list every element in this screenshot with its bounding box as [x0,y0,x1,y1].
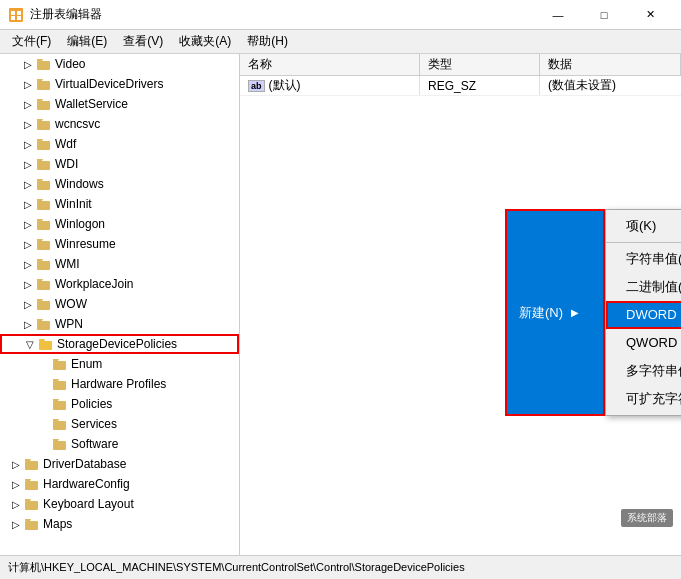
folder-icon [24,517,40,531]
app-icon [8,7,24,23]
svg-rect-2 [17,11,21,15]
submenu-item-binary[interactable]: 二进制值(B) [606,273,681,301]
ab-icon: ab [248,80,265,92]
svg-rect-18 [37,321,50,330]
main-area: ▷ Video ▷ VirtualDeviceDrivers ▷ WalletS… [0,54,681,555]
svg-rect-27 [25,501,38,510]
menu-help[interactable]: 帮助(H) [239,31,296,52]
expand-icon [36,376,52,392]
submenu-item-multistring[interactable]: 多字符串值(M) [606,357,681,385]
tree-label: Hardware Profiles [71,377,166,391]
menu-favorites[interactable]: 收藏夹(A) [171,31,239,52]
expand-icon: ▷ [8,496,24,512]
tree-item-services[interactable]: Services [0,414,239,434]
expand-icon: ▷ [20,196,36,212]
tree-item-wdi[interactable]: ▷ WDI [0,154,239,174]
tree-item-storagedevicepolicies[interactable]: ▽ StorageDevicePolicies [0,334,239,354]
new-submenu-trigger[interactable]: 新建(N) ▶ [505,209,605,416]
tree-label: VirtualDeviceDrivers [55,77,163,91]
close-button[interactable]: ✕ [627,0,673,30]
svg-rect-6 [37,81,50,90]
expand-icon: ▷ [20,136,36,152]
tree-item-wow[interactable]: ▷ WOW [0,294,239,314]
tree-item-software[interactable]: Software [0,434,239,454]
new-label: 新建(N) [519,304,563,322]
tree-label: Keyboard Layout [43,497,134,511]
folder-icon [36,237,52,251]
tree-label: Maps [43,517,72,531]
tree-label: WalletService [55,97,128,111]
svg-rect-19 [39,341,52,350]
svg-rect-12 [37,201,50,210]
submenu: 项(K) 字符串值(S) 二进制值(B) DWORD (32 位值)(D) QW… [605,209,681,416]
menu-file[interactable]: 文件(F) [4,31,59,52]
tree-item-enum[interactable]: Enum [0,354,239,374]
folder-icon [36,277,52,291]
tree-item-video[interactable]: ▷ Video [0,54,239,74]
tree-item-maps[interactable]: ▷ Maps [0,514,239,534]
submenu-item-expandstring[interactable]: 可扩充字符串值(E) [606,385,681,413]
expand-icon: ▷ [20,76,36,92]
tree-item-workplacejoin[interactable]: ▷ WorkplaceJoin [0,274,239,294]
tree-item-hardwareconfig[interactable]: ▷ HardwareConfig [0,474,239,494]
expand-icon [36,356,52,372]
tree-item-wdf[interactable]: ▷ Wdf [0,134,239,154]
tree-item-wmi[interactable]: ▷ WMI [0,254,239,274]
tree-item-winlogon[interactable]: ▷ Winlogon [0,214,239,234]
submenu-item-string[interactable]: 字符串值(S) [606,245,681,273]
tree-item-virtualdevicedrivers[interactable]: ▷ VirtualDeviceDrivers [0,74,239,94]
context-menu: 新建(N) ▶ 项(K) 字符串值(S) 二进制值(B) DWORD (32 位… [505,209,681,416]
submenu-item-key[interactable]: 项(K) [606,212,681,240]
expand-icon: ▷ [8,456,24,472]
folder-icon [36,77,52,91]
tree-item-policies[interactable]: Policies [0,394,239,414]
folder-icon [52,377,68,391]
tree-pane[interactable]: ▷ Video ▷ VirtualDeviceDrivers ▷ WalletS… [0,54,240,555]
tree-item-winresume[interactable]: ▷ Winresume [0,234,239,254]
folder-icon [36,217,52,231]
svg-rect-25 [25,461,38,470]
expand-icon: ▷ [20,116,36,132]
menu-bar: 文件(F) 编辑(E) 查看(V) 收藏夹(A) 帮助(H) [0,30,681,54]
folder-icon [24,477,40,491]
folder-icon [36,297,52,311]
svg-rect-16 [37,281,50,290]
tree-label: WorkplaceJoin [55,277,133,291]
svg-rect-11 [37,181,50,190]
expand-icon: ▷ [20,236,36,252]
menu-view[interactable]: 查看(V) [115,31,171,52]
svg-rect-28 [25,521,38,530]
tree-label: StorageDevicePolicies [57,337,177,351]
cell-name: ab (默认) [240,76,420,95]
tree-label: HardwareConfig [43,477,130,491]
svg-rect-9 [37,141,50,150]
tree-item-driverdatabase[interactable]: ▷ DriverDatabase [0,454,239,474]
tree-label: DriverDatabase [43,457,126,471]
status-path: 计算机\HKEY_LOCAL_MACHINE\SYSTEM\CurrentCon… [8,560,465,575]
svg-rect-5 [37,61,50,70]
submenu-item-dword[interactable]: DWORD (32 位值)(D) [606,301,681,329]
tree-item-wcncsvc[interactable]: ▷ wcncsvc [0,114,239,134]
tree-label: wcncsvc [55,117,100,131]
cell-name-value: (默认) [269,77,301,94]
folder-icon [36,57,52,71]
tree-item-windows[interactable]: ▷ Windows [0,174,239,194]
submenu-item-qword[interactable]: QWORD 64 位值(Q) [606,329,681,357]
tree-item-walletservice[interactable]: ▷ WalletService [0,94,239,114]
table-row[interactable]: ab (默认) REG_SZ (数值未设置) [240,76,681,96]
col-name: 名称 [240,54,420,75]
svg-rect-21 [53,381,66,390]
col-data: 数据 [540,54,681,75]
expand-icon [36,416,52,432]
tree-item-keyboard-layout[interactable]: ▷ Keyboard Layout [0,494,239,514]
svg-rect-15 [37,261,50,270]
tree-item-wpn[interactable]: ▷ WPN [0,314,239,334]
expand-icon: ▷ [20,56,36,72]
menu-edit[interactable]: 编辑(E) [59,31,115,52]
maximize-button[interactable]: □ [581,0,627,30]
expand-icon: ▷ [20,156,36,172]
tree-item-hardware-profiles[interactable]: Hardware Profiles [0,374,239,394]
tree-item-wininit[interactable]: ▷ WinInit [0,194,239,214]
tree-label: WDI [55,157,78,171]
minimize-button[interactable]: — [535,0,581,30]
